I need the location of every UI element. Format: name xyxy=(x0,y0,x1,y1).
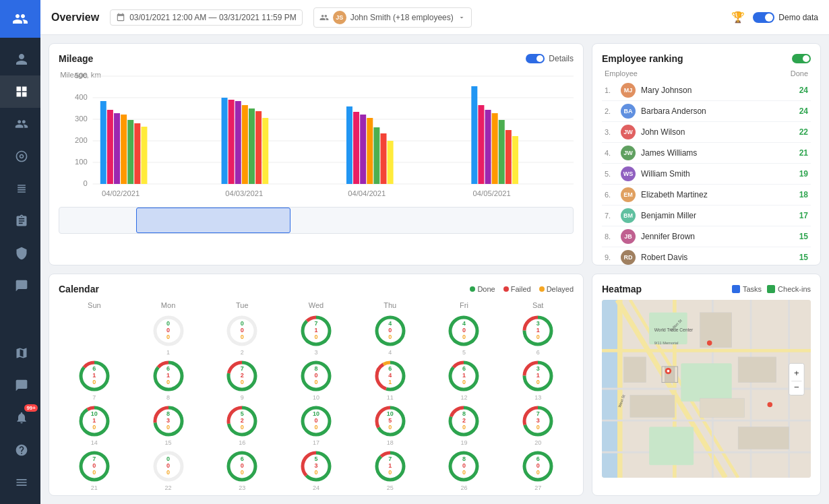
cal-date-label: 22 xyxy=(165,484,172,491)
calendar-day[interactable]: 0 0 0 22 xyxy=(133,449,204,491)
rank-avatar: MJ xyxy=(621,83,636,98)
sidebar-item-settings[interactable] xyxy=(0,466,40,499)
employee-selector[interactable]: JS John Smith (+18 employees) xyxy=(313,7,472,28)
sidebar-item-notifications[interactable]: 99+ xyxy=(0,402,40,434)
calendar-day[interactable]: 6 0 0 23 xyxy=(206,449,278,491)
rank-name: Robert Davis xyxy=(641,253,794,262)
calendar-day[interactable]: 8 0 0 10 xyxy=(280,358,352,401)
cal-date-label: 23 xyxy=(239,484,245,491)
calendar-day[interactable]: 8 2 0 31 xyxy=(280,494,352,496)
sidebar-bottom: 99+ xyxy=(0,337,40,504)
calendar-day[interactable]: 3 1 0 13 xyxy=(502,358,574,401)
calendar-day[interactable]: 10 1 0 14 xyxy=(59,404,130,446)
sidebar-item-reports[interactable] xyxy=(0,172,40,205)
svg-rect-14 xyxy=(107,110,113,184)
sidebar-item-map[interactable] xyxy=(0,337,40,369)
notification-badge: 99+ xyxy=(24,404,38,412)
svg-rect-110 xyxy=(681,363,731,402)
svg-rect-29 xyxy=(346,106,352,184)
mileage-chart: Mileage, km 500 400 300 200 100 0 xyxy=(59,69,574,204)
svg-rect-22 xyxy=(228,100,235,184)
sidebar-item-tasks[interactable] xyxy=(0,205,40,237)
ranking-row: 2. BA Barbara Anderson 24 xyxy=(602,101,811,122)
cal-date-label: 27 xyxy=(534,484,541,491)
calendar-day[interactable]: 7 1 0 3 xyxy=(280,313,352,356)
calendar-day[interactable]: 6 1 0 8 xyxy=(133,358,204,401)
calendar-day[interactable]: 4 3 0 30 xyxy=(206,494,278,496)
chart-scrubber[interactable] xyxy=(59,207,574,234)
rank-name: William Smith xyxy=(641,169,794,179)
tasks-checkbox-label[interactable]: Tasks xyxy=(732,285,762,293)
calendar-day[interactable]: 10 5 0 18 xyxy=(355,404,426,446)
calendar-day[interactable]: 5 2 0 16 xyxy=(206,404,278,446)
rank-number: 2. xyxy=(605,107,615,115)
sidebar-item-dashboard[interactable] xyxy=(0,75,40,108)
svg-rect-24 xyxy=(242,105,248,184)
checkins-checkbox-label[interactable]: Check-ins xyxy=(767,285,811,293)
employee-ranking-card: Employee ranking Employee Done 1. MJ Mar… xyxy=(592,43,821,265)
cal-date-label: 4 xyxy=(388,349,392,356)
calendar-day[interactable]: 10 0 0 17 xyxy=(280,404,352,446)
calendar-day[interactable]: 7 2 0 9 xyxy=(206,358,278,401)
calendar-day xyxy=(59,313,130,356)
rank-number: 9. xyxy=(605,253,615,261)
calendar-day[interactable]: 8 0 0 26 xyxy=(429,449,500,491)
calendar-donut: 0 0 0 xyxy=(151,449,186,484)
calendar-day[interactable]: 6 4 1 11 xyxy=(355,358,426,401)
calendar-day xyxy=(502,494,574,496)
rank-name: Mary Johnson xyxy=(641,86,794,95)
sidebar-item-target[interactable] xyxy=(0,140,40,172)
calendar-day[interactable]: 4 0 0 5 xyxy=(429,313,500,356)
calendar-title: Calendar xyxy=(59,284,99,294)
details-toggle-switch[interactable] xyxy=(526,54,545,63)
demo-data-toggle[interactable]: Demo data xyxy=(753,12,818,23)
rank-number: 1. xyxy=(605,86,615,94)
calendar-day[interactable]: 3 1 0 6 xyxy=(502,313,574,356)
calendar-day[interactable]: 5 3 0 24 xyxy=(280,449,352,491)
sidebar: 99+ xyxy=(0,0,40,504)
rank-done: 24 xyxy=(799,106,808,116)
calendar-day[interactable]: 8 3 0 15 xyxy=(133,404,204,446)
rank-avatar: JW xyxy=(621,125,636,139)
calendar-day[interactable]: 7 3 0 20 xyxy=(502,404,574,446)
svg-rect-43 xyxy=(512,136,518,184)
sidebar-item-help[interactable] xyxy=(0,434,40,466)
calendar-day[interactable]: 7 0 0 29 xyxy=(133,494,204,496)
calendar-day[interactable]: 8 2 0 19 xyxy=(429,404,500,446)
ranking-toggle[interactable] xyxy=(792,54,811,63)
calendar-day[interactable]: 0 0 0 1 xyxy=(133,313,204,356)
calendar-day[interactable]: 4 0 0 4 xyxy=(355,313,426,356)
svg-rect-31 xyxy=(360,115,366,184)
date-range-selector[interactable]: 03/01/2021 12:00 AM — 03/31/2021 11:59 P… xyxy=(110,9,303,26)
svg-rect-116 xyxy=(738,427,789,449)
sidebar-logo[interactable] xyxy=(0,0,40,38)
sidebar-item-team[interactable] xyxy=(0,108,40,140)
calendar-day[interactable]: 6 1 0 12 xyxy=(429,358,500,401)
calendar-day[interactable]: 6 0 0 27 xyxy=(502,449,574,491)
sidebar-item-shield[interactable] xyxy=(0,237,40,270)
demo-toggle-switch[interactable] xyxy=(753,12,774,23)
ranking-header: Employee ranking xyxy=(602,53,811,64)
calendar-day[interactable]: 4 1 0 28 xyxy=(59,494,130,496)
cal-date-label: 2 xyxy=(241,349,244,356)
calendar-day[interactable]: 6 1 0 7 xyxy=(59,358,130,401)
sidebar-item-notes[interactable] xyxy=(0,270,40,302)
details-toggle[interactable]: Details xyxy=(526,54,574,63)
svg-rect-23 xyxy=(235,101,241,184)
sidebar-item-profile[interactable] xyxy=(0,43,40,75)
cal-date-label: 18 xyxy=(387,439,394,446)
cal-date-label: 6 xyxy=(536,349,540,356)
scrubber-range[interactable] xyxy=(136,208,290,233)
rank-name: John Wilson xyxy=(641,127,794,137)
sidebar-item-chat[interactable] xyxy=(0,369,40,402)
cal-date-label: 5 xyxy=(462,349,466,356)
svg-rect-13 xyxy=(100,101,106,184)
svg-text:+: + xyxy=(794,368,799,378)
calendar-day[interactable]: 7 0 0 21 xyxy=(59,449,130,491)
svg-rect-34 xyxy=(381,133,387,184)
calendar-day[interactable]: 7 1 0 25 xyxy=(355,449,426,491)
rank-number: 6. xyxy=(605,191,615,199)
calendar-day[interactable]: 0 0 0 2 xyxy=(206,313,278,356)
cal-date-label: 12 xyxy=(460,394,467,401)
ranking-row: 5. WS William Smith 19 xyxy=(602,164,811,185)
